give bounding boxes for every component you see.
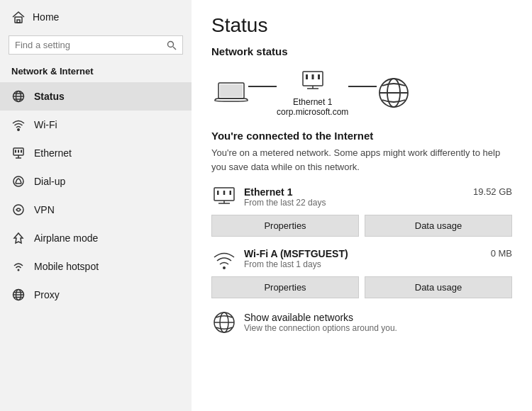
sidebar-item-label-wifi: Wi-Fi [34, 119, 57, 130]
svg-rect-41 [230, 191, 232, 195]
network-sub-ethernet: From the last 22 days [244, 198, 326, 208]
svg-rect-1 [17, 20, 20, 23]
data-usage-button-ethernet[interactable]: Data usage [365, 215, 512, 237]
svg-point-19 [18, 269, 20, 271]
svg-rect-31 [311, 74, 314, 79]
search-icon [167, 40, 177, 50]
network-diagram: Ethernet 1 corp.microsoft.com [211, 69, 512, 117]
vpn-icon [11, 203, 26, 217]
sidebar: Home Network & Internet Status [0, 0, 192, 411]
svg-rect-26 [220, 84, 243, 97]
network-card-wifi: Wi-Fi A (MSFTGUEST) From the last 1 days… [211, 248, 512, 298]
data-usage-button-wifi[interactable]: Data usage [365, 276, 512, 298]
svg-rect-13 [15, 150, 16, 153]
globe-diagram-icon [377, 76, 411, 110]
connection-sub: You're on a metered network. Some apps m… [211, 146, 512, 174]
ethernet-diagram-icon: Ethernet 1 corp.microsoft.com [277, 69, 348, 117]
hotspot-icon [11, 259, 26, 274]
show-networks-title: Show available networks [244, 312, 397, 323]
ethernet-icon [11, 146, 26, 160]
show-networks-text: Show available networks View the connect… [244, 312, 397, 333]
network-name-ethernet: Ethernet 1 [244, 186, 326, 198]
svg-rect-18 [13, 205, 23, 215]
network-status-title: Network status [211, 45, 512, 57]
home-label: Home [33, 11, 59, 23]
network-card-info-wifi: Wi-Fi A (MSFTGUEST) From the last 1 days [244, 248, 348, 269]
svg-rect-40 [223, 191, 226, 195]
svg-point-16 [13, 176, 23, 186]
sidebar-item-dialup[interactable]: Dial-up [0, 167, 192, 196]
network-card-header-ethernet: Ethernet 1 From the last 22 days 19.52 G… [211, 186, 512, 209]
sidebar-item-airplane[interactable]: Airplane mode [0, 224, 192, 252]
search-input[interactable] [15, 40, 167, 50]
properties-button-wifi[interactable]: Properties [211, 276, 359, 298]
svg-rect-30 [306, 74, 308, 79]
sidebar-item-label-airplane: Airplane mode [34, 232, 98, 244]
network-card-ethernet: Ethernet 1 From the last 22 days 19.52 G… [211, 186, 512, 237]
show-available-networks[interactable]: Show available networks View the connect… [211, 310, 512, 335]
svg-point-2 [168, 41, 174, 47]
page-title: Status [211, 14, 512, 37]
diagram-line1 [248, 86, 277, 87]
network-buttons-ethernet: Properties Data usage [211, 215, 512, 237]
section-title: Network & Internet [0, 62, 192, 82]
svg-line-3 [173, 47, 176, 50]
sidebar-item-status[interactable]: Status [0, 82, 192, 111]
proxy-icon [11, 288, 26, 302]
sidebar-item-label-vpn: VPN [34, 204, 55, 215]
dialup-icon [11, 174, 26, 188]
wifi-card-icon [211, 248, 237, 271]
sidebar-item-ethernet[interactable]: Ethernet [0, 139, 192, 167]
sidebar-item-vpn[interactable]: VPN [0, 196, 192, 224]
sidebar-item-label-proxy: Proxy [34, 289, 60, 300]
sidebar-item-wifi[interactable]: Wi-Fi [0, 111, 192, 139]
globe-icon [11, 89, 26, 103]
network-card-left-ethernet: Ethernet 1 From the last 22 days [211, 186, 326, 209]
network-sub-wifi: From the last 1 days [244, 259, 348, 269]
sidebar-home[interactable]: Home [0, 3, 192, 31]
sidebar-item-label-hotspot: Mobile hotspot [34, 261, 99, 272]
network-size-wifi: 0 MB [491, 248, 512, 259]
home-icon [11, 10, 26, 24]
show-networks-sub: View the connection options around you. [244, 323, 397, 333]
wifi-icon [11, 118, 26, 132]
sidebar-item-label-ethernet: Ethernet [34, 147, 72, 159]
network-name-wifi: Wi-Fi A (MSFTGUEST) [244, 248, 348, 259]
network-card-info-ethernet: Ethernet 1 From the last 22 days [244, 186, 326, 208]
airplane-icon [11, 231, 26, 245]
connection-message: You're connected to the Internet [211, 130, 512, 142]
sidebar-item-proxy[interactable]: Proxy [0, 281, 192, 309]
svg-rect-14 [18, 150, 19, 153]
svg-point-42 [223, 266, 226, 269]
svg-point-9 [18, 129, 19, 130]
show-networks-icon [211, 310, 237, 335]
network-card-header-wifi: Wi-Fi A (MSFTGUEST) From the last 1 days… [211, 248, 512, 271]
diagram-line2 [348, 86, 377, 87]
network-card-left-wifi: Wi-Fi A (MSFTGUEST) From the last 1 days [211, 248, 348, 271]
laptop-diagram-icon [214, 80, 248, 106]
search-box[interactable] [9, 35, 183, 55]
diagram-adapter-label: Ethernet 1 corp.microsoft.com [277, 97, 348, 117]
network-size-ethernet: 19.52 GB [473, 186, 512, 197]
properties-button-ethernet[interactable]: Properties [211, 215, 359, 237]
sidebar-item-label-dialup: Dial-up [34, 176, 65, 187]
ethernet-card-icon [211, 186, 237, 209]
svg-rect-39 [217, 191, 219, 195]
sidebar-item-label-status: Status [34, 91, 65, 102]
svg-rect-15 [21, 150, 22, 153]
sidebar-item-hotspot[interactable]: Mobile hotspot [0, 252, 192, 281]
svg-rect-32 [318, 74, 320, 79]
network-buttons-wifi: Properties Data usage [211, 276, 512, 298]
main-content: Status Network status Ethernet 1 [192, 0, 532, 411]
